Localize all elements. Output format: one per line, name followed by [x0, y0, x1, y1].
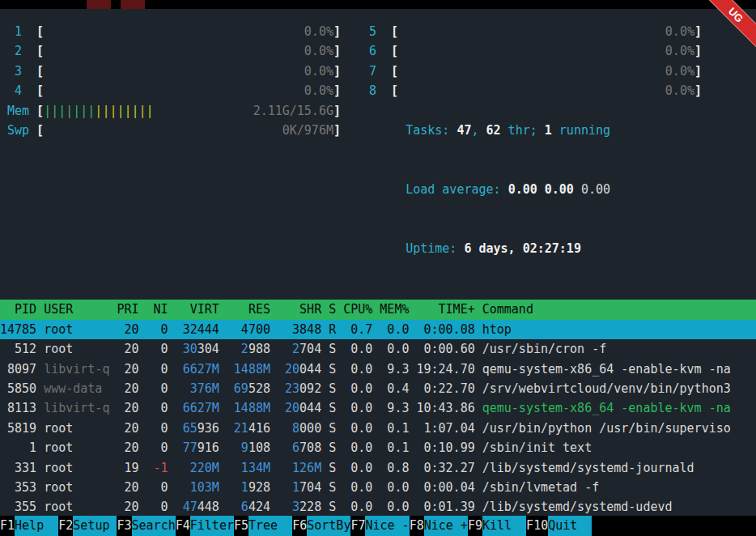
process-row[interactable]: 355root2004744864243228S0.00.00:01.39/li…	[0, 497, 756, 517]
fkey-label: Setup	[73, 516, 117, 536]
cell-time: 0:01.39	[416, 497, 474, 517]
cell-pid: 5850	[0, 379, 36, 398]
cell-ni: 0	[147, 478, 168, 497]
column-header-virt[interactable]: VIRT	[176, 300, 219, 319]
fkey-f7-button[interactable]: F7Nice -	[350, 516, 409, 536]
threads-count: 62	[486, 123, 501, 138]
process-row[interactable]: 8097libvirt-q2006627M1488M20044S0.09.319…	[0, 359, 756, 379]
cell-ni: 0	[147, 320, 168, 339]
cell-state: S	[329, 379, 336, 398]
meters-right-column: 5[0.0%] 6[0.0%] 7[0.0%] 8[0.0%] Tasks: 4…	[362, 22, 702, 279]
cpu-meter-6: 6[0.0%]	[362, 41, 702, 61]
fkey-f10-button[interactable]: F10Quit	[526, 516, 592, 536]
cell-mem: 9.3	[380, 398, 409, 418]
process-row[interactable]: 512root2003030429882704S0.00.00:00.60/us…	[0, 339, 756, 359]
column-header-cpu[interactable]: CPU%	[343, 300, 372, 319]
column-header-user[interactable]: USER	[44, 300, 109, 319]
cell-pid: 8097	[0, 359, 36, 379]
process-row[interactable]: 5850www-data200376M6952823092S0.00.40:22…	[0, 379, 756, 398]
cell-virt: 220M	[176, 458, 219, 478]
cpu-meter-number: 3	[7, 62, 36, 81]
cell-ni: 0	[147, 419, 168, 438]
fkey-f6-button[interactable]: F6SortBy	[292, 516, 350, 536]
fkey-name: F7	[350, 516, 365, 536]
cpu-meter-number: 4	[7, 81, 36, 100]
cell-res: 4700	[227, 320, 270, 339]
cell-pri: 20	[117, 438, 138, 457]
cell-pri: 20	[117, 398, 138, 418]
fkey-label: Nice +	[424, 516, 468, 536]
column-header-ni[interactable]: NI	[147, 300, 168, 319]
fkey-f5-button[interactable]: F5Tree	[234, 516, 292, 536]
fkey-f1-button[interactable]: F1Help	[0, 516, 58, 536]
column-header-command[interactable]: Command	[482, 300, 756, 319]
cell-shr: 20044	[278, 359, 321, 379]
process-row[interactable]: 14785root2003244447003848R0.70.00:00.08h…	[0, 320, 756, 339]
memory-meter: Mem[|||||||||||||||2.11G/15.6G]	[7, 101, 341, 121]
fkey-name: F5	[234, 516, 248, 536]
cpu-meter-number: 6	[362, 41, 391, 61]
fkey-label: Search	[132, 516, 176, 536]
cell-shr: 2704	[278, 339, 321, 359]
cell-user: root	[44, 497, 109, 517]
cpu-meter-number: 1	[7, 22, 36, 41]
column-header-res[interactable]: RES	[227, 300, 270, 319]
column-header-state[interactable]: S	[329, 300, 336, 319]
meter-bracket-close: ]	[333, 81, 341, 100]
swap-meter-value: 0K/976M	[282, 121, 333, 140]
meter-bracket-open: [	[36, 22, 44, 41]
cpu-meter-percent: 0.0%	[304, 81, 333, 100]
cell-pid: 5819	[0, 419, 36, 438]
fkey-f3-button[interactable]: F3Search	[117, 516, 175, 536]
cell-pri: 20	[117, 379, 138, 398]
process-table-header: PID USER PRI NI VIRT RES SHR S CPU% MEM%…	[0, 300, 756, 319]
cell-shr: 23092	[278, 379, 321, 398]
process-row[interactable]: 5819root20065936214168000S0.00.11:07.04/…	[0, 419, 756, 438]
fkey-name: F4	[176, 516, 190, 536]
cell-time: 0:10.99	[416, 438, 474, 457]
running-count: 1	[545, 123, 552, 138]
cell-shr: 8000	[278, 419, 321, 438]
cell-pri: 20	[117, 359, 138, 379]
process-row[interactable]: 331root19-1220M134M126MS0.00.80:32.27/li…	[0, 458, 756, 478]
fkey-f9-button[interactable]: F9Kill	[468, 516, 526, 536]
cell-user: libvirt-q	[44, 398, 109, 418]
cell-res: 6424	[227, 497, 270, 517]
cell-shr: 3228	[278, 497, 321, 517]
cell-ni: 0	[147, 379, 168, 398]
load-average-line: Load average: 0.000.000.00	[362, 160, 702, 219]
process-row[interactable]: 353root200103M19281704S0.00.00:00.04/sbi…	[0, 478, 756, 497]
cell-user: root	[44, 339, 109, 359]
cell-state: S	[329, 497, 336, 517]
cell-command: qemu-system-x86_64 -enable-kvm -na	[482, 398, 756, 418]
cell-virt: 376M	[176, 379, 219, 398]
process-row[interactable]: 8113libvirt-q2006627M1488M20044S0.09.310…	[0, 398, 756, 418]
cell-user: root	[44, 419, 109, 438]
meter-bracket-close: ]	[333, 121, 341, 140]
column-header-mem[interactable]: MEM%	[380, 300, 409, 319]
column-header-shr[interactable]: SHR	[278, 300, 321, 319]
column-header-time[interactable]: TIME+	[416, 300, 474, 319]
fkey-label: Help	[15, 516, 58, 536]
cell-cpu: 0.0	[343, 398, 372, 418]
cell-mem: 0.0	[380, 320, 409, 339]
tasks-count: 47	[457, 123, 471, 138]
cell-user: www-data	[44, 379, 109, 398]
fkey-name: F3	[117, 516, 131, 536]
cell-mem: 0.0	[380, 497, 409, 517]
fkey-f2-button[interactable]: F2Setup	[58, 516, 117, 536]
cell-command: qemu-system-x86_64 -enable-kvm -na	[482, 359, 756, 379]
tasks-separator: ,	[471, 123, 486, 138]
debug-ribbon-badge: UG	[699, 0, 756, 52]
cell-state: S	[329, 438, 336, 457]
cell-user: libvirt-q	[44, 359, 109, 379]
cell-res: 1928	[227, 478, 270, 497]
column-header-pri[interactable]: PRI	[117, 300, 138, 319]
fkey-f8-button[interactable]: F8Nice +	[410, 516, 468, 536]
cell-time: 10:43.86	[416, 398, 474, 418]
fkey-label: Filter	[190, 516, 234, 536]
fkey-name: F8	[410, 516, 424, 536]
fkey-f4-button[interactable]: F4Filter	[176, 516, 234, 536]
column-header-pid[interactable]: PID	[0, 300, 36, 319]
process-row[interactable]: 1root2007791691086708S0.00.10:10.99/sbin…	[0, 438, 756, 457]
